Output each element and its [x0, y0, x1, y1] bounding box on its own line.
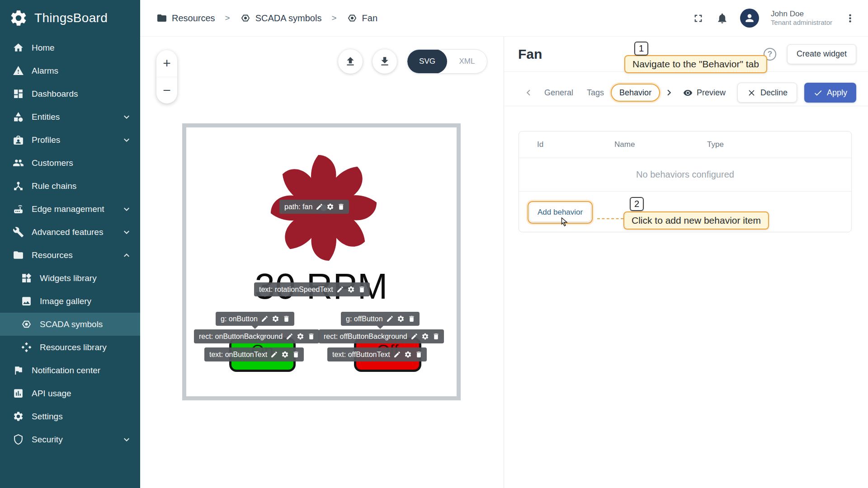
- sidebar-item-profiles[interactable]: Profiles: [0, 128, 140, 151]
- tag-on-button-text: text: onButtonText: [204, 347, 304, 361]
- delete-icon[interactable]: [415, 351, 423, 358]
- column-header-type: Type: [707, 140, 851, 149]
- tag-label: path: fan: [284, 203, 312, 211]
- zoom-out-button[interactable]: −: [156, 77, 177, 104]
- behaviors-table-header: Id Name Type: [519, 131, 851, 158]
- sidebar-item-label: API usage: [32, 389, 71, 399]
- sidebar-item-rule-chains[interactable]: Rule chains: [0, 174, 140, 197]
- breadcrumb-item-resources[interactable]: Resources: [172, 13, 215, 23]
- empty-state-text: No behaviors configured: [519, 158, 851, 192]
- sidebar-item-home[interactable]: Home: [0, 36, 140, 59]
- sidebar-item-label: Resources library: [40, 343, 107, 352]
- sidebar-item-resources[interactable]: Resources: [0, 244, 140, 267]
- sidebar-item-label: Alarms: [32, 66, 58, 76]
- delete-icon[interactable]: [283, 315, 290, 323]
- sidebar-item-image-gallery[interactable]: Image gallery: [0, 290, 140, 313]
- upload-button[interactable]: [338, 49, 363, 74]
- create-widget-button[interactable]: Create widget: [787, 44, 856, 64]
- sidebar-item-notification-center[interactable]: Notification center: [0, 359, 140, 382]
- preview-button[interactable]: Preview: [679, 83, 730, 103]
- apply-button[interactable]: Apply: [804, 83, 856, 103]
- delete-icon[interactable]: [307, 333, 315, 340]
- download-button[interactable]: [373, 49, 397, 74]
- avatar[interactable]: [740, 9, 759, 28]
- settings-icon[interactable]: [281, 351, 289, 358]
- tutorial-step-1-tooltip: Navigate to the "Behavior" tab: [624, 55, 767, 73]
- fullscreen-icon[interactable]: [692, 12, 704, 24]
- sidebar-item-scada-symbols[interactable]: SCADA symbols: [0, 313, 140, 336]
- sidebar-item-advanced-features[interactable]: Advanced features: [0, 221, 140, 244]
- edit-icon[interactable]: [386, 315, 394, 323]
- settings-icon[interactable]: [347, 286, 355, 293]
- svg-toggle-button[interactable]: SVG: [407, 49, 447, 74]
- delete-icon[interactable]: [432, 333, 440, 340]
- user-role: Tenant administrator: [771, 19, 832, 27]
- thingsboard-logo-icon: [9, 9, 28, 28]
- tag-label: rect: offButtonBackground: [324, 333, 407, 341]
- decline-button[interactable]: Decline: [737, 83, 797, 103]
- tab-general[interactable]: General: [538, 83, 580, 103]
- main-column: Resources > SCADA symbols > Fan John Doe…: [140, 0, 868, 488]
- sidebar-item-widgets-library[interactable]: Widgets library: [0, 267, 140, 290]
- edit-icon[interactable]: [270, 351, 278, 358]
- settings-icon[interactable]: [297, 333, 304, 340]
- scada-editor-canvas: + − SVG XML: [140, 37, 504, 488]
- breadcrumb-separator: >: [331, 13, 336, 23]
- settings-icon[interactable]: [397, 315, 405, 323]
- edit-icon[interactable]: [410, 333, 418, 340]
- settings-icon[interactable]: [326, 203, 334, 211]
- content: + − SVG XML: [140, 37, 868, 488]
- breadcrumb-item-scada-symbols[interactable]: SCADA symbols: [255, 13, 322, 23]
- sidebar-item-label: Edge management: [32, 204, 104, 214]
- edit-icon[interactable]: [336, 286, 344, 293]
- sidebar-item-security[interactable]: Security: [0, 428, 140, 451]
- tutorial-connector-line: [597, 218, 623, 219]
- panel-tabs: General Tags Behavior Preview Decline: [504, 72, 868, 106]
- symbol-details-panel: Fan ? Create widget General Tags Behavio…: [504, 37, 868, 488]
- download-icon: [379, 56, 391, 67]
- tag-on-button-background: rect: onButtonBackground: [194, 329, 319, 343]
- tag-path-fan: path: fan: [279, 200, 349, 214]
- profiles-icon: [13, 134, 24, 145]
- settings-icon[interactable]: [272, 315, 279, 323]
- tabs-scroll-right-button[interactable]: [660, 83, 678, 103]
- xml-toggle-button[interactable]: XML: [447, 49, 487, 74]
- sidebar-item-settings[interactable]: Settings: [0, 405, 140, 428]
- scada-symbols-icon: [21, 319, 32, 330]
- settings-icon[interactable]: [404, 351, 412, 358]
- delete-icon[interactable]: [337, 203, 345, 211]
- topbar: Resources > SCADA symbols > Fan John Doe…: [140, 0, 868, 37]
- tag-rotation-speed-text: text: rotationSpeedText: [254, 282, 370, 296]
- tag-off-button-text: text: offButtonText: [327, 347, 427, 361]
- delete-icon[interactable]: [358, 286, 366, 293]
- sidebar-item-customers[interactable]: Customers: [0, 151, 140, 174]
- delete-icon[interactable]: [408, 315, 415, 323]
- edit-icon[interactable]: [286, 333, 293, 340]
- more-vert-icon[interactable]: [844, 12, 856, 24]
- sidebar-item-entities[interactable]: Entities: [0, 105, 140, 128]
- sidebar-item-edge-management[interactable]: Edge management: [0, 197, 140, 221]
- user-info: John Doe Tenant administrator: [771, 9, 832, 27]
- sidebar-item-api-usage[interactable]: API usage: [0, 382, 140, 405]
- chart-icon: [13, 388, 24, 399]
- tag-label: rect: onButtonBackground: [199, 333, 283, 341]
- edit-icon[interactable]: [316, 203, 323, 211]
- sidebar-item-alarms[interactable]: Alarms: [0, 59, 140, 82]
- tab-tags[interactable]: Tags: [580, 83, 611, 103]
- tutorial-step-1-badge: 1: [634, 42, 648, 56]
- tabs-scroll-left-button[interactable]: [519, 83, 538, 103]
- sidebar-item-label: Widgets library: [40, 273, 97, 283]
- zoom-in-button[interactable]: +: [156, 50, 177, 77]
- settings-icon[interactable]: [421, 333, 429, 340]
- tab-behavior[interactable]: Behavior: [611, 84, 660, 102]
- sidebar-item-dashboards[interactable]: Dashboards: [0, 82, 140, 105]
- sidebar-item-label: Image gallery: [40, 296, 91, 306]
- delete-icon[interactable]: [292, 351, 300, 358]
- rule-chains-icon: [13, 180, 24, 192]
- sidebar-item-resources-library[interactable]: Resources library: [0, 336, 140, 359]
- zoom-controls: + −: [156, 50, 177, 103]
- edit-icon[interactable]: [261, 315, 269, 323]
- notifications-bell-icon[interactable]: [716, 12, 728, 24]
- shield-icon: [13, 434, 24, 445]
- edit-icon[interactable]: [393, 351, 401, 358]
